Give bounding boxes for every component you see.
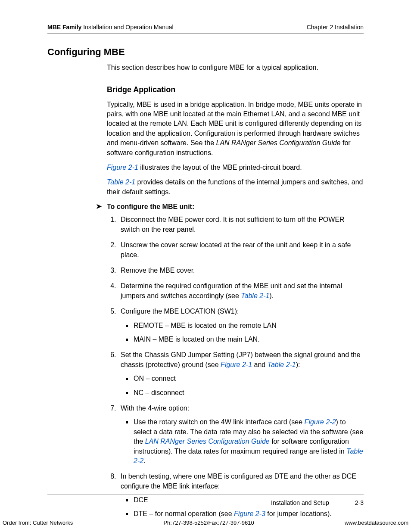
body-text: ). xyxy=(269,292,274,299)
procedure-head-row: ➤ To configure the MBE unit: xyxy=(96,202,364,212)
guide-ref: LAN RANger Series Configuration Guide xyxy=(216,139,340,146)
step-6-sublist: ON – connect NC – disconnect xyxy=(121,374,364,398)
list-item: REMOTE – MBE is located on the remote LA… xyxy=(133,321,364,330)
step-2: Unscrew the cover screw located at the r… xyxy=(118,240,364,260)
page: MBE Family Installation and Operation Ma… xyxy=(0,0,411,532)
intro-paragraph: This section describes how to configure … xyxy=(107,63,364,72)
list-item: MAIN – MBE is located on the main LAN. xyxy=(133,335,364,344)
figure-2-1-link[interactable]: Figure 2-1 xyxy=(107,164,138,171)
body-text: and xyxy=(252,361,268,368)
table-2-1-link[interactable]: Table 2-1 xyxy=(241,292,269,299)
body-text: ): xyxy=(296,361,300,368)
body-text: for jumper locations). xyxy=(265,510,332,517)
body-text: With the 4-wire option: xyxy=(121,404,189,412)
body-text: DTE – for normal operation (see xyxy=(134,510,234,517)
step-6: Set the Chassis GND Jumper Setting (JP7)… xyxy=(118,350,364,398)
step-7-sublist: Use the rotary switch on the 4W link int… xyxy=(121,417,364,466)
bridge-paragraph-1: Typically, MBE is used in a bridge appli… xyxy=(107,100,364,158)
order-right: www.bestdatasource.com xyxy=(345,520,408,526)
footer-page-number: 2-3 xyxy=(355,499,364,506)
procedure-steps: Disconnect the MBE power cord. It is not… xyxy=(96,215,364,519)
body-text: provides details on the functions of the… xyxy=(107,178,363,195)
list-item: Use the rotary switch on the 4W link int… xyxy=(133,417,364,466)
footer-section: Installation and Setup xyxy=(271,499,329,506)
subsection-heading: Bridge Application xyxy=(107,84,364,95)
figure-2-2-link[interactable]: Figure 2-2 xyxy=(305,418,336,426)
order-mid: Ph:727-398-5252/Fax:727-397-9610 xyxy=(163,520,254,526)
order-line: Order from: Cutter Networks Ph:727-398-5… xyxy=(0,520,411,526)
list-item: NC – disconnect xyxy=(133,388,364,398)
doc-title-rest: Installation and Operation Manual xyxy=(81,24,173,31)
list-item: DTE – for normal operation (see Figure 2… xyxy=(133,509,364,519)
step-4: Determine the required configuration of … xyxy=(118,281,364,301)
arrow-icon: ➤ xyxy=(96,202,107,212)
body-text: Determine the required configuration of … xyxy=(121,282,342,299)
chapter-label: Chapter 2 Installation xyxy=(307,24,364,31)
section-heading: Configuring MBE xyxy=(47,47,364,58)
body-text: Configure the MBE LOCATION (SW1): xyxy=(121,308,239,315)
step-1: Disconnect the MBE power cord. It is not… xyxy=(118,215,364,234)
body-text: Use the rotary switch on the 4W link int… xyxy=(134,418,305,426)
figure-ref-paragraph: Figure 2-1 illustrates the layout of the… xyxy=(107,163,364,172)
figure-2-3-link[interactable]: Figure 2-3 xyxy=(234,510,265,517)
list-item: ON – connect xyxy=(133,374,364,383)
table-2-1-link[interactable]: Table 2-1 xyxy=(107,178,135,186)
procedure-title: To configure the MBE unit: xyxy=(107,202,194,212)
step-5-sublist: REMOTE – MBE is located on the remote LA… xyxy=(121,321,364,345)
page-footer: Installation and Setup2-3 xyxy=(47,495,364,506)
running-header: MBE Family Installation and Operation Ma… xyxy=(47,24,364,34)
step-5: Configure the MBE LOCATION (SW1): REMOTE… xyxy=(118,307,364,344)
step-3: Remove the MBE cover. xyxy=(118,266,364,275)
doc-title: MBE Family Installation and Operation Ma… xyxy=(47,24,174,31)
order-left: Order from: Cutter Networks xyxy=(3,520,73,526)
body-text: In bench testing, where one MBE is confi… xyxy=(121,473,356,489)
body-text: illustrates the layout of the MBE printe… xyxy=(138,164,302,171)
body-text: . xyxy=(143,457,145,464)
guide-ref[interactable]: LAN RANger Series Configuration Guide xyxy=(145,438,270,445)
intro-block: This section describes how to configure … xyxy=(107,63,364,197)
doc-title-bold: MBE Family xyxy=(47,24,81,31)
step-7: With the 4-wire option: Use the rotary s… xyxy=(118,404,364,466)
procedure-block: ➤ To configure the MBE unit: Disconnect … xyxy=(96,202,364,519)
table-ref-paragraph: Table 2-1 provides details on the functi… xyxy=(107,177,364,197)
table-2-1-link[interactable]: Table 2-1 xyxy=(268,361,296,368)
figure-2-1-link[interactable]: Figure 2-1 xyxy=(221,361,252,368)
